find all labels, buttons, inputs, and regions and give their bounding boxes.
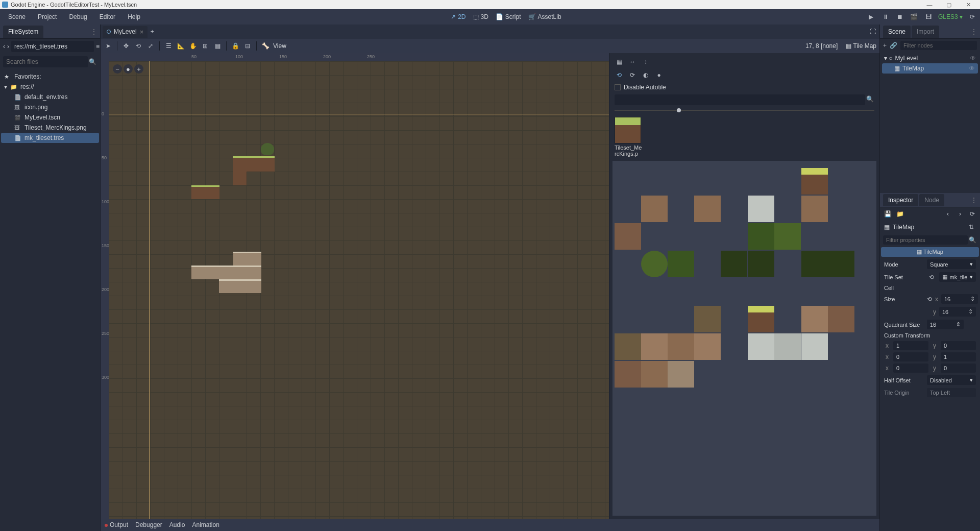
viewport-2d[interactable]: 50 100 150 200 250 0 50 100 150 200 250 … (101, 53, 609, 519)
filesystem-tab[interactable]: FileSystem (3, 26, 43, 38)
mode-2d[interactable]: ↗ 2D (451, 13, 465, 20)
visibility-icon[interactable]: 👁 (969, 65, 975, 72)
revert-icon[interactable]: ⟲ (927, 295, 932, 304)
path-input[interactable] (11, 41, 94, 52)
tile-origin-dropdown[interactable]: Top Left (927, 388, 976, 397)
view-menu[interactable]: View (273, 42, 286, 50)
rotate-left-icon[interactable]: ⟲ (615, 70, 624, 80)
flip-v-icon[interactable]: ↕ (641, 57, 650, 66)
nav-back-icon[interactable]: ‹ (3, 42, 5, 51)
favorites-row[interactable]: Favorites: (1, 71, 99, 82)
scale-tool-icon[interactable]: ⤢ (146, 41, 155, 51)
dock-menu-icon[interactable]: ⋮ (91, 28, 97, 35)
tileset-dropdown[interactable]: ▦ mk_tile ▾ (939, 272, 976, 282)
tileset-search-input[interactable] (615, 94, 865, 105)
history-back-icon[interactable]: ‹ (943, 209, 952, 219)
menu-project[interactable]: Project (33, 11, 62, 22)
add-tab-icon[interactable]: + (148, 27, 157, 36)
root-folder-row[interactable]: ▾ res:// (1, 82, 99, 92)
nav-forward-icon[interactable]: › (7, 42, 9, 51)
scene-child-node[interactable]: ▦ TileMap👁 (882, 63, 978, 74)
ct-y0-input[interactable]: 0 (941, 341, 976, 350)
debugger-tab[interactable]: Debugger (135, 521, 162, 528)
minimize-button[interactable]: — (920, 2, 939, 8)
rotate-right-icon[interactable]: ⟳ (628, 70, 637, 80)
search-icon[interactable]: 🔍 (88, 57, 97, 66)
autotile-checkbox[interactable] (615, 84, 621, 90)
scene-root-node[interactable]: ▾ ○ MyLevel👁 (881, 53, 979, 63)
size-x-input[interactable]: 16⇕ (941, 294, 978, 304)
ct-y2-input[interactable]: 0 (941, 364, 976, 373)
filter-properties-input[interactable] (883, 235, 968, 245)
file-row[interactable]: icon.png (1, 102, 99, 112)
expand-type-icon[interactable]: ⇅ (967, 223, 976, 232)
group-icon[interactable]: ⊟ (243, 41, 252, 51)
rotate-tool-icon[interactable]: ⟲ (134, 41, 143, 51)
ct-y1-input[interactable]: 1 (941, 352, 976, 361)
zoom-in-icon[interactable]: + (134, 64, 143, 74)
lock-icon[interactable]: 🔒 (231, 41, 240, 51)
stop-button[interactable]: ⏹ (895, 12, 904, 21)
file-row[interactable]: mk_tileset.tres (1, 133, 99, 143)
tileset-thumb[interactable]: Tileset_MercKings.p (615, 117, 643, 157)
animation-tab[interactable]: Animation (192, 521, 219, 528)
select-tool-icon[interactable]: ➤ (104, 41, 113, 51)
distraction-free-icon[interactable]: ⛶ (868, 27, 877, 36)
filter-nodes-input[interactable] (900, 41, 977, 50)
clear-icon[interactable]: ● (654, 70, 664, 80)
inspector-section-header[interactable]: ▦ TileMap (881, 247, 979, 257)
window-close-button[interactable]: ✕ (959, 2, 978, 8)
save-resource-icon[interactable]: 💾 (883, 209, 892, 219)
pan-tool-icon[interactable]: ✋ (188, 41, 198, 51)
play-custom-button[interactable]: 🎞 (924, 12, 933, 21)
menu-help[interactable]: Help (122, 11, 145, 22)
snap-tool-icon[interactable]: ⊞ (201, 41, 210, 51)
revert-icon[interactable]: ⟲ (927, 273, 936, 282)
prop-group[interactable]: Custom Transform (880, 331, 980, 340)
pause-button[interactable]: ⏸ (881, 12, 890, 21)
mode-script[interactable]: 📄 Script (496, 13, 521, 20)
visibility-icon[interactable]: 👁 (970, 55, 976, 62)
grid-tool-icon[interactable]: ▦ (213, 41, 222, 51)
play-button[interactable]: ▶ (867, 12, 876, 21)
add-node-icon[interactable]: + (883, 41, 887, 50)
menu-editor[interactable]: Editor (94, 11, 120, 22)
dock-menu-icon[interactable]: ⋮ (971, 197, 977, 204)
paint-tool-icon[interactable]: ▦ (615, 57, 624, 66)
play-scene-button[interactable]: 🎬 (910, 12, 919, 21)
search-icon[interactable]: 🔍 (968, 235, 977, 245)
output-tab[interactable]: Output (105, 521, 128, 528)
menu-scene[interactable]: Scene (3, 11, 31, 22)
file-row[interactable]: MyLevel.tscn (1, 112, 99, 123)
close-icon[interactable]: × (140, 28, 144, 36)
contrast-icon[interactable]: ◐ (641, 70, 650, 80)
scene-tab[interactable]: MyLevel × (103, 26, 148, 38)
quadrant-input[interactable]: 16⇕ (927, 320, 964, 329)
inspector-tab[interactable]: Inspector (883, 194, 918, 206)
maximize-button[interactable]: ▢ (939, 2, 959, 8)
dock-menu-icon[interactable]: ⋮ (971, 28, 977, 35)
history-icon[interactable]: ⟳ (968, 209, 977, 219)
flip-h-icon[interactable]: ↔ (628, 57, 637, 66)
file-row[interactable]: default_env.tres (1, 92, 99, 102)
move-tool-icon[interactable]: ✥ (121, 41, 131, 51)
search-icon[interactable]: 🔍 (865, 94, 874, 104)
history-fwd-icon[interactable]: › (955, 209, 965, 219)
audio-tab[interactable]: Audio (169, 521, 185, 528)
size-y-input[interactable]: 16⇕ (939, 307, 976, 317)
zoom-out-icon[interactable]: − (113, 64, 122, 74)
search-files-input[interactable] (3, 56, 88, 67)
zoom-slider[interactable] (615, 108, 874, 113)
bone-icon[interactable]: 🦴 (261, 41, 270, 51)
mode-dropdown[interactable]: Square▾ (927, 259, 976, 269)
node-tab[interactable]: Node (919, 194, 944, 206)
view-mode-icon[interactable]: ≡ (96, 42, 100, 51)
scene-dock-tab[interactable]: Scene (883, 26, 911, 38)
ct-x2-input[interactable]: 0 (893, 364, 928, 373)
menu-debug[interactable]: Debug (64, 11, 92, 22)
open-resource-icon[interactable]: 📁 (895, 209, 904, 219)
half-offset-dropdown[interactable]: Disabled▾ (927, 375, 976, 385)
zoom-reset-icon[interactable]: ● (124, 64, 133, 74)
tileset-grid[interactable] (612, 161, 876, 516)
import-dock-tab[interactable]: Import (912, 26, 939, 38)
